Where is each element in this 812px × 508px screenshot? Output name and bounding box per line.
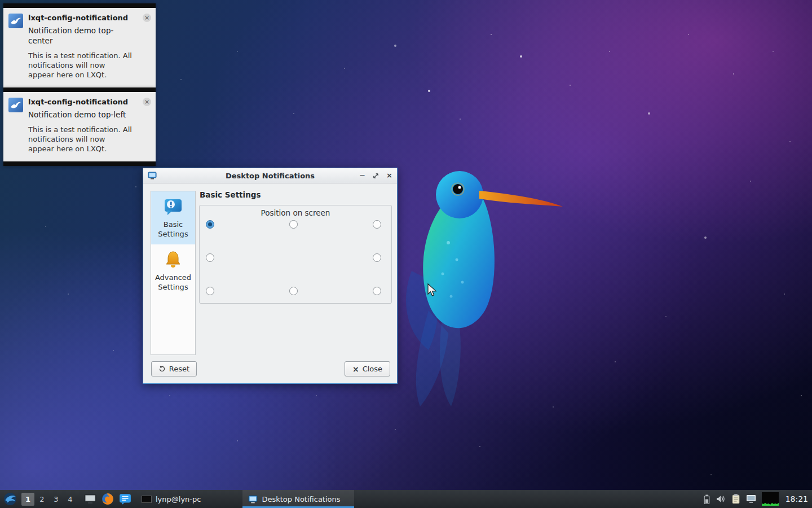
system-tray: 18:21 [704,492,812,506]
workspace-button-2[interactable]: 2 [36,493,48,506]
monitor-icon [248,494,258,504]
radio-position-top-left[interactable] [206,220,214,229]
sidebar-item-label: Basic Settings [158,220,188,238]
workspace-button-1[interactable]: 1 [21,493,34,506]
taskbar: 1 2 3 4 lynp@lyn-pc Desktop Notificati [0,490,812,508]
task-label: Desktop Notifications [262,495,340,503]
close-button[interactable]: × [386,172,392,179]
quick-launch [84,493,131,505]
radio-position-bottom-left[interactable] [206,287,214,295]
groupbox-title: Position on screen [200,208,391,217]
settings-category-list: Basic Settings Advanced Settings [151,191,196,355]
notification-stack: lxqt-config-notificationd × Notification… [3,3,156,166]
radio-position-top-center[interactable] [289,220,298,229]
notification-app-name: lxqt-config-notificationd [28,14,143,22]
lxqt-app-icon [8,14,23,28]
reset-icon [158,365,166,373]
task-button-desktop-notifications[interactable]: Desktop Notifications [242,490,354,508]
radio-position-bottom-center[interactable] [289,287,298,295]
task-button-terminal[interactable]: lynp@lyn-pc [136,490,206,508]
close-dialog-button[interactable]: × Close [345,361,390,376]
close-x-icon: × [352,365,359,374]
volume-icon[interactable] [716,494,726,503]
position-radio-grid [206,220,381,295]
notification-summary: Notification demo top-left [28,110,130,120]
battery-icon[interactable] [704,494,710,504]
radio-position-middle-right[interactable] [373,253,381,262]
sidebar-item-basic-settings[interactable]: Basic Settings [151,191,195,244]
notification-close-icon[interactable]: × [143,14,151,22]
desktop: lxqt-config-notificationd × Notification… [0,0,812,508]
workspace-pager: 1 2 3 4 [21,493,77,506]
position-on-screen-groupbox: Position on screen [199,205,392,304]
lxqt-menu-button[interactable] [3,492,17,506]
section-heading: Basic Settings [200,190,261,199]
window-icon [148,171,157,180]
lxqt-app-icon [8,98,23,112]
radio-position-bottom-right[interactable] [373,287,381,295]
radio-position-middle-left[interactable] [206,253,214,262]
sidebar-item-label: Advanced Settings [155,273,191,291]
taskbar-clock[interactable]: 18:21 [785,494,808,503]
restore-button[interactable] [373,173,379,179]
notification: lxqt-config-notificationd × Notification… [3,3,156,87]
qterminal-launcher-icon[interactable] [84,493,96,505]
wallpaper-hummingbird [395,164,575,412]
firefox-launcher-icon[interactable] [102,493,114,505]
terminal-window-icon [142,496,152,503]
notification-summary: Notification demo top-center [28,26,130,46]
desktop-notifications-window: Desktop Notifications − × Basic Settings [143,168,398,384]
cpu-monitor-graph[interactable] [762,492,779,506]
notification: lxqt-config-notificationd × Notification… [3,87,156,166]
sidebar-item-advanced-settings[interactable]: Advanced Settings [151,244,195,297]
display-settings-icon[interactable] [746,494,756,503]
clipboard-icon[interactable] [731,494,740,504]
workspace-button-3[interactable]: 3 [50,493,63,506]
window-body: Basic Settings Advanced Settings Basic S… [143,183,397,384]
notification-body: This is a test notification. All notific… [28,125,133,154]
titlebar[interactable]: Desktop Notifications − × [143,168,397,183]
bell-icon [163,249,183,270]
radio-position-top-right[interactable] [373,220,381,229]
comment-exclamation-icon [163,196,183,217]
minimize-button[interactable]: − [359,172,365,179]
notification-app-name: lxqt-config-notificationd [28,98,143,106]
notification-close-icon[interactable]: × [143,98,151,106]
notification-body: This is a test notification. All notific… [28,51,133,80]
task-label: lynp@lyn-pc [156,495,201,503]
wallpaper-stars [0,0,1,1]
workspace-button-4[interactable]: 4 [64,493,77,506]
chat-app-launcher-icon[interactable] [119,493,131,505]
reset-button[interactable]: Reset [151,361,197,376]
